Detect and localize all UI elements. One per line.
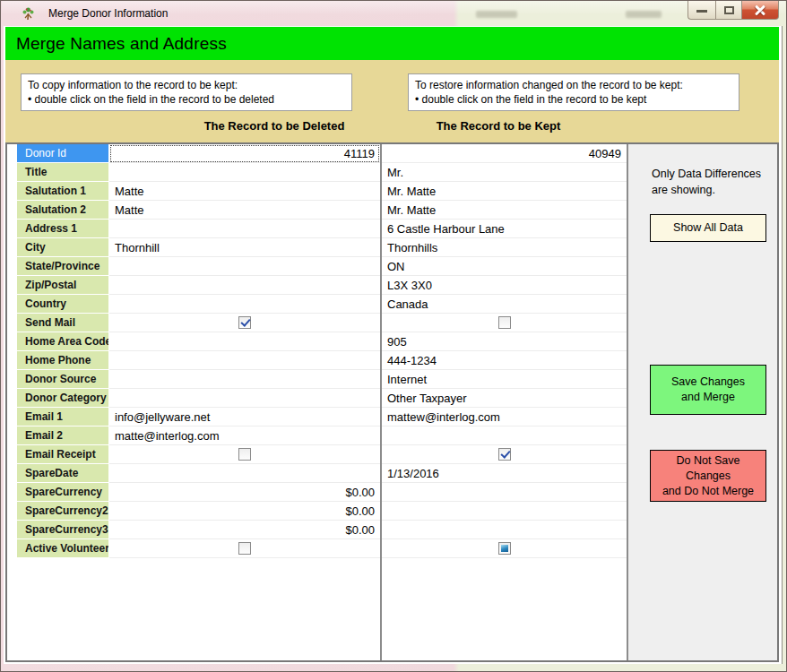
checkbox-kept-send-mail[interactable]	[498, 316, 511, 329]
cell-kept-sparecurrency[interactable]	[382, 483, 627, 502]
merge-table: Donor IdTitleSalutation 1Salutation 2Add…	[5, 142, 779, 662]
show-all-data-button[interactable]: Show All Data	[650, 214, 766, 242]
cell-deleted-title[interactable]	[109, 163, 380, 182]
side-panel: Only Data Differences are showing. Show …	[628, 144, 777, 660]
row-label-sparecurrency[interactable]: SpareCurrency	[17, 483, 108, 501]
cell-kept-salutation-1[interactable]: Mr. Matte	[382, 182, 627, 201]
cell-deleted-home-phone[interactable]	[109, 351, 380, 370]
cell-kept-home-area-code[interactable]: 905	[382, 332, 627, 351]
minimize-icon	[696, 10, 707, 13]
cell-deleted-email-2[interactable]: matte@interlog.com	[109, 426, 380, 445]
row-label-country[interactable]: Country	[17, 295, 108, 313]
row-label-title[interactable]: Title	[17, 163, 108, 181]
cell-deleted-donor-source[interactable]	[109, 370, 380, 389]
cell-deleted-active-volunteer[interactable]	[109, 539, 380, 558]
differences-note: Only Data Differences are showing.	[652, 166, 761, 198]
cell-kept-state-province[interactable]: ON	[382, 257, 627, 276]
plant-icon	[21, 6, 36, 22]
row-label-home-phone[interactable]: Home Phone	[17, 351, 108, 369]
cell-deleted-send-mail[interactable]	[109, 314, 380, 332]
cell-kept-send-mail[interactable]	[382, 314, 627, 332]
row-label-email-receipt[interactable]: Email Receipt	[17, 445, 108, 463]
cell-kept-country[interactable]: Canada	[382, 295, 627, 314]
cell-deleted-email-1[interactable]: info@jellyware.net	[109, 408, 380, 426]
restore-instructions-box: To restore information changed on the re…	[408, 73, 739, 111]
label-column: Donor IdTitleSalutation 1Salutation 2Add…	[17, 144, 108, 660]
cell-deleted-salutation-2[interactable]: Matte	[109, 201, 380, 220]
cell-deleted-country[interactable]	[109, 295, 380, 314]
close-button[interactable]	[742, 1, 779, 20]
cell-kept-zip-postal[interactable]: L3X 3X0	[382, 276, 627, 295]
copy-instructions-line1: To copy information to the record to be …	[28, 78, 348, 92]
row-label-sparedate[interactable]: SpareDate	[17, 464, 108, 482]
cell-kept-active-volunteer[interactable]	[382, 539, 627, 558]
row-label-active-volunteer[interactable]: Active Volunteer	[17, 539, 108, 557]
maximize-icon	[724, 6, 734, 14]
minimize-button[interactable]	[688, 1, 715, 20]
row-label-home-area-code[interactable]: Home Area Code	[17, 332, 108, 350]
instructions-section: To copy information to the record to be …	[5, 60, 779, 142]
window-title: Merge Donor Information	[48, 7, 168, 20]
row-label-sparecurrency3[interactable]: SpareCurrency3	[17, 521, 108, 538]
cell-deleted-home-area-code[interactable]	[109, 332, 380, 351]
checkbox-deleted-email-receipt[interactable]	[238, 448, 251, 461]
cell-kept-donor-id[interactable]: 40949	[382, 144, 627, 163]
row-label-salutation-2[interactable]: Salutation 2	[17, 201, 108, 219]
row-label-send-mail[interactable]: Send Mail	[17, 314, 108, 332]
cell-deleted-sparecurrency[interactable]: $0.00	[109, 483, 380, 502]
cell-deleted-sparecurrency3[interactable]: $0.00	[109, 521, 380, 539]
checkbox-deleted-active-volunteer[interactable]	[238, 542, 251, 555]
cell-kept-donor-category[interactable]: Other Taxpayer	[382, 389, 627, 408]
cell-kept-city[interactable]: Thornhills	[382, 238, 627, 257]
save-changes-merge-button[interactable]: Save Changes and Merge	[650, 365, 766, 415]
row-label-donor-id[interactable]: Donor Id	[17, 144, 108, 162]
cell-kept-email-1[interactable]: mattew@interlog.com	[382, 408, 627, 426]
row-label-email-2[interactable]: Email 2	[17, 426, 108, 444]
merge-donor-window: Merge Donor Information Merge Names and …	[0, 0, 787, 672]
cell-deleted-email-receipt[interactable]	[109, 445, 380, 464]
row-label-donor-category[interactable]: Donor Category	[17, 389, 108, 407]
deleted-column: 41119MatteMatteThornhillinfo@jellyware.n…	[109, 144, 382, 660]
kept-column-header: The Record to be Kept	[364, 119, 633, 133]
cell-deleted-state-province[interactable]	[109, 257, 380, 276]
checkbox-deleted-send-mail[interactable]	[238, 316, 251, 329]
cell-kept-email-2[interactable]	[382, 426, 627, 445]
cell-deleted-salutation-1[interactable]: Matte	[109, 182, 380, 201]
cell-kept-email-receipt[interactable]	[382, 445, 627, 464]
row-label-city[interactable]: City	[17, 238, 108, 256]
cell-deleted-sparecurrency2[interactable]: $0.00	[109, 502, 380, 521]
checkbox-kept-email-receipt[interactable]	[498, 448, 511, 461]
cell-kept-sparecurrency2[interactable]	[382, 502, 627, 521]
cell-kept-sparedate[interactable]: 1/13/2016	[382, 464, 627, 483]
row-label-donor-source[interactable]: Donor Source	[17, 370, 108, 388]
cell-deleted-donor-id[interactable]: 41119	[109, 144, 380, 163]
window-controls	[688, 1, 779, 20]
titlebar-glass-artifact	[476, 11, 517, 18]
row-label-state-province[interactable]: State/Province	[17, 257, 108, 275]
cell-deleted-donor-category[interactable]	[109, 389, 380, 408]
checkbox-kept-active-volunteer[interactable]	[498, 542, 511, 555]
row-label-sparecurrency2[interactable]: SpareCurrency2	[17, 502, 108, 520]
cell-kept-title[interactable]: Mr.	[382, 163, 627, 182]
row-label-address-1[interactable]: Address 1	[17, 220, 108, 237]
page-header: Merge Names and Address	[5, 27, 779, 60]
row-label-email-1[interactable]: Email 1	[17, 408, 108, 426]
copy-instructions-line2: • double click on the field in the recor…	[28, 92, 348, 107]
cell-kept-sparecurrency3[interactable]	[382, 521, 627, 539]
cell-kept-address-1[interactable]: 6 Castle Harbour Lane	[382, 220, 627, 238]
row-label-zip-postal[interactable]: Zip/Postal	[17, 276, 108, 294]
maximize-button[interactable]	[715, 1, 742, 20]
cell-deleted-sparedate[interactable]	[109, 464, 380, 483]
row-label-salutation-1[interactable]: Salutation 1	[17, 182, 108, 200]
cell-deleted-city[interactable]: Thornhill	[109, 238, 380, 257]
restore-instructions-line1: To restore information changed on the re…	[415, 78, 735, 92]
cell-kept-salutation-2[interactable]: Mr. Matte	[382, 201, 627, 220]
do-not-save-button[interactable]: Do Not Save Changes and Do Not Merge	[650, 450, 766, 502]
cell-kept-home-phone[interactable]: 444-1234	[382, 351, 627, 370]
cell-deleted-zip-postal[interactable]	[109, 276, 380, 295]
cell-kept-donor-source[interactable]: Internet	[382, 370, 627, 389]
titlebar-glass-artifact	[626, 11, 662, 18]
restore-instructions-line2: • double click on the field in the recor…	[415, 92, 735, 107]
cell-deleted-address-1[interactable]	[109, 220, 380, 238]
kept-column: 40949Mr.Mr. MatteMr. Matte6 Castle Harbo…	[382, 144, 628, 660]
